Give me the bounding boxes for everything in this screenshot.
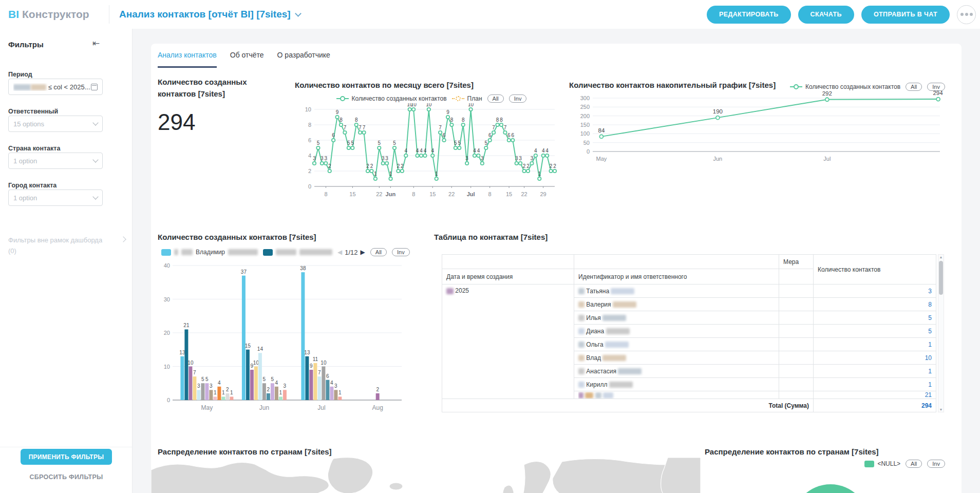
svg-text:10: 10: [164, 364, 170, 370]
inv-button[interactable]: Inv: [927, 83, 945, 91]
responsible-cell: Кирилл: [574, 378, 779, 391]
legend-label: Количество созданных контактов: [352, 95, 447, 102]
svg-text:10: 10: [187, 360, 194, 366]
all-button[interactable]: All: [906, 460, 922, 468]
svg-text:1: 1: [214, 390, 217, 395]
monthly-line-chart: 024681081522Jun81522Jul81522293533269875…: [302, 103, 559, 202]
swatch-icon: [263, 249, 273, 256]
svg-text:Jul: Jul: [823, 156, 831, 162]
scroll-down-icon[interactable]: ▼: [938, 408, 944, 411]
monthly-chart-title: Количество контактов по месяцу всего [7s…: [295, 81, 474, 89]
inv-button[interactable]: Inv: [927, 460, 945, 468]
line-marker-icon: [336, 96, 349, 101]
count-cell: 3: [814, 285, 936, 298]
svg-text:2: 2: [553, 163, 556, 169]
collapse-sidebar-icon[interactable]: ⇤: [92, 38, 100, 49]
legend-item-manager-1[interactable]: Владимир: [161, 249, 258, 256]
svg-text:4: 4: [431, 148, 435, 154]
svg-text:50: 50: [583, 140, 590, 146]
svg-text:9: 9: [336, 109, 339, 115]
legend-label: Владимир: [196, 249, 225, 256]
header-measure: Мера: [779, 255, 814, 269]
city-filter-select[interactable]: 1 option: [8, 189, 103, 206]
pager-prev-icon[interactable]: ◀: [337, 249, 342, 256]
legend-item-manager-2[interactable]: [263, 249, 332, 256]
svg-text:6: 6: [488, 132, 492, 138]
send-to-chat-button[interactable]: ОТПРАВИТЬ В ЧАТ: [861, 6, 950, 24]
main-area: Анализ контактов Об отчёте О разработчик…: [133, 29, 980, 493]
svg-text:1: 1: [338, 390, 342, 395]
inv-button[interactable]: Inv: [509, 94, 527, 103]
svg-text:20: 20: [164, 330, 170, 336]
scrollbar-thumb[interactable]: [939, 261, 943, 295]
outer-filters-link[interactable]: Фильтры вне рамок дашборда (0): [8, 235, 116, 257]
measure-cell: [779, 325, 814, 338]
measure-cell: [779, 365, 814, 378]
svg-text:22: 22: [521, 191, 527, 197]
svg-text:15: 15: [349, 191, 355, 197]
all-button[interactable]: All: [370, 248, 387, 256]
svg-text:1: 1: [374, 171, 377, 177]
svg-text:4: 4: [424, 148, 427, 154]
responsible-cell: Ольга: [574, 338, 779, 351]
report-title-text: Анализ контактов [отчёт BI] [7sites]: [119, 9, 291, 20]
reset-filters-button[interactable]: СБРОСИТЬ ФИЛЬТРЫ: [0, 473, 133, 481]
legend-item-null[interactable]: <NULL>: [864, 460, 900, 467]
tab-about-report[interactable]: Об отчёте: [230, 51, 264, 68]
dot-icon: [960, 13, 964, 16]
download-button[interactable]: СКАЧАТЬ: [798, 6, 854, 24]
svg-text:8: 8: [450, 117, 454, 123]
kpi-value: 294: [158, 109, 195, 135]
legend-label: Количество созданных контактов: [805, 83, 900, 90]
cumulative-line-chart: 050100150200250300MayJunJul84190292294: [571, 91, 945, 166]
svg-text:0: 0: [167, 397, 170, 403]
svg-text:292: 292: [822, 91, 832, 97]
dashboard-card: Анализ контактов Об отчёте О разработчик…: [151, 44, 962, 493]
svg-text:Jun: Jun: [713, 156, 722, 162]
svg-text:2: 2: [370, 163, 373, 169]
svg-text:7: 7: [504, 125, 507, 130]
pie-chart-legend: <NULL> All Inv: [788, 460, 945, 468]
svg-text:1: 1: [222, 390, 225, 395]
svg-text:8: 8: [340, 117, 343, 123]
period-filter-input[interactable]: ≤ col < 2025...: [8, 79, 103, 95]
svg-text:40: 40: [164, 262, 170, 269]
more-options-button[interactable]: [957, 5, 976, 24]
svg-text:8: 8: [355, 117, 358, 123]
responsible-filter-select[interactable]: 15 options: [8, 116, 103, 132]
legend-item-contacts[interactable]: Количество созданных контактов: [790, 83, 900, 90]
apply-filters-button[interactable]: ПРИМЕНИТЬ ФИЛЬТРЫ: [21, 449, 112, 465]
svg-text:22: 22: [376, 191, 382, 197]
svg-text:3: 3: [481, 156, 484, 161]
svg-text:37: 37: [241, 269, 247, 275]
svg-text:3: 3: [284, 383, 287, 389]
svg-text:4: 4: [275, 380, 278, 386]
svg-text:5: 5: [485, 140, 488, 146]
scroll-up-icon[interactable]: ▲: [938, 255, 944, 259]
responsible-filter-value: 15 options: [13, 120, 93, 128]
tab-about-developer[interactable]: О разработчике: [277, 51, 330, 68]
chevron-down-icon: [92, 194, 98, 199]
responsible-filter-label: Ответственный: [8, 108, 58, 115]
contacts-table: Мера Количество контактов Дата и время с…: [442, 254, 936, 412]
pager-next-icon[interactable]: ▶: [361, 249, 365, 256]
svg-text:4: 4: [534, 148, 537, 154]
country-filter-select[interactable]: 1 option: [8, 153, 103, 169]
inv-button[interactable]: Inv: [392, 248, 410, 256]
all-button[interactable]: All: [906, 83, 922, 91]
tab-contact-analysis[interactable]: Анализ контактов: [158, 51, 217, 68]
total-value-cell: 294: [814, 399, 936, 412]
table-scrollbar[interactable]: ▲ ▼: [938, 254, 944, 412]
period-filter-value: ≤ col < 2025...: [48, 83, 90, 91]
legend-item-contacts[interactable]: Количество созданных контактов: [336, 95, 447, 102]
header-empty: [779, 269, 814, 285]
svg-text:3: 3: [519, 156, 522, 161]
edit-button[interactable]: РЕДАКТИРОВАТЬ: [707, 6, 791, 24]
svg-text:7: 7: [492, 125, 495, 130]
header-divider: [109, 5, 109, 24]
svg-text:8: 8: [324, 191, 327, 197]
legend-item-plan[interactable]: План: [452, 95, 482, 102]
all-button[interactable]: All: [487, 94, 504, 103]
report-title-dropdown[interactable]: Анализ контактов [отчёт BI] [7sites]: [119, 0, 300, 29]
svg-text:4: 4: [477, 148, 480, 154]
